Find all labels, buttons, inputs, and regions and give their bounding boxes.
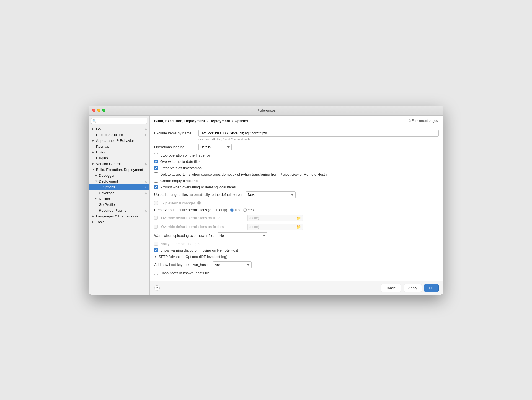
bed-arrow: ▼ bbox=[92, 168, 96, 171]
override-files-label: Override default permissions on files: bbox=[161, 216, 244, 220]
sidebar-item-go-profiler[interactable]: Go Profiler bbox=[89, 202, 149, 207]
sidebar-item-languages-frameworks[interactable]: ▶ Languages & Frameworks bbox=[89, 213, 149, 219]
stop-on-error-checkbox[interactable] bbox=[154, 153, 158, 157]
hash-hosts-row: Hash hosts in known_hosts file bbox=[154, 271, 439, 275]
panel-content: Exclude items by name: use ; as delimite… bbox=[150, 126, 443, 281]
lf-arrow: ▶ bbox=[92, 215, 96, 217]
exclude-items-input[interactable] bbox=[198, 130, 439, 137]
ed-arrow: ▶ bbox=[92, 151, 96, 153]
sftp-section-header[interactable]: ▼ SFTP Advanced Options (IDE level setti… bbox=[154, 255, 439, 259]
sidebar-item-label: Languages & Frameworks bbox=[96, 214, 147, 218]
sidebar-item-project-structure[interactable]: Project Structure ⎙ bbox=[89, 132, 149, 138]
upload-changed-row: Upload changed files automatically to th… bbox=[154, 191, 439, 198]
warn-uploading-select[interactable]: No Yes bbox=[218, 232, 267, 239]
override-folders-folder-icon[interactable]: 📁 bbox=[296, 225, 301, 229]
sidebar-item-label: Debugger bbox=[99, 173, 147, 178]
minimize-button[interactable] bbox=[97, 109, 100, 112]
sidebar-item-debugger[interactable]: ▶ Debugger bbox=[89, 173, 149, 178]
add-host-key-select[interactable]: Ask Always add Never add bbox=[213, 261, 252, 268]
skip-external-changes-checkbox[interactable] bbox=[154, 201, 158, 205]
preserve-permissions-no-radio[interactable] bbox=[230, 208, 234, 212]
delete-target-items-checkbox[interactable] bbox=[154, 172, 158, 176]
panel-header: Build, Execution, Deployment › Deploymen… bbox=[150, 116, 443, 126]
override-folders-checkbox[interactable] bbox=[154, 225, 158, 229]
ok-button[interactable]: OK bbox=[424, 284, 439, 292]
override-files-folder-icon[interactable]: 📁 bbox=[296, 216, 301, 220]
traffic-lights bbox=[92, 109, 105, 112]
apply-button[interactable]: Apply bbox=[404, 284, 422, 292]
sidebar-item-deployment[interactable]: ▼ Deployment ⎙ bbox=[89, 178, 149, 184]
sidebar-item-required-plugins[interactable]: Required Plugins ⎙ bbox=[89, 207, 149, 213]
preserve-permissions-label: Preserve original file permissions (SFTP… bbox=[154, 208, 227, 212]
cancel-button[interactable]: Cancel bbox=[381, 284, 401, 292]
sidebar-item-label: Options bbox=[103, 185, 143, 189]
search-input[interactable] bbox=[91, 118, 147, 124]
close-button[interactable] bbox=[92, 109, 95, 112]
sidebar-item-plugins[interactable]: Plugins bbox=[89, 155, 149, 161]
breadcrumb: Build, Execution, Deployment › Deploymen… bbox=[154, 119, 248, 123]
sidebar-item-coverage[interactable]: Coverage ⎙ bbox=[89, 190, 149, 196]
maximize-button[interactable] bbox=[102, 109, 105, 112]
override-folders-row: Override default permissions on folders:… bbox=[154, 224, 439, 230]
rp-arrow bbox=[95, 209, 99, 212]
preserve-permissions-row: Preserve original file permissions (SFTP… bbox=[154, 208, 439, 212]
for-current-project: ⎙ For current project bbox=[409, 119, 439, 123]
sidebar-item-appearance-behavior[interactable]: ▶ Appearance & Behavior bbox=[89, 138, 149, 143]
exclude-items-hint: use ; as delimiter, * and ? as wildcards bbox=[198, 138, 439, 141]
hash-hosts-checkbox[interactable] bbox=[154, 271, 158, 275]
pl-arrow bbox=[92, 157, 96, 159]
sidebar-item-label: Docker bbox=[99, 197, 147, 201]
override-files-checkbox[interactable] bbox=[154, 216, 158, 220]
sidebar-item-options[interactable]: Options ⎙ bbox=[89, 184, 149, 190]
upload-changed-label: Upload changed files automatically to th… bbox=[154, 193, 242, 197]
go-settings-icon: ⎙ bbox=[143, 127, 147, 130]
sftp-section-label: SFTP Advanced Options (IDE level setting… bbox=[159, 255, 227, 259]
preserve-timestamps-checkbox[interactable] bbox=[154, 166, 158, 170]
operations-logging-select[interactable]: Details Verbose None bbox=[198, 144, 232, 150]
help-button[interactable]: ? bbox=[154, 285, 160, 291]
opt-arrow bbox=[99, 186, 103, 188]
breadcrumb-sep-2: › bbox=[232, 119, 233, 123]
notify-remote-checkbox[interactable] bbox=[154, 242, 158, 246]
sidebar-item-label: Deployment bbox=[99, 179, 143, 183]
create-empty-dirs-checkbox[interactable] bbox=[154, 179, 158, 183]
dock-arrow: ▶ bbox=[95, 197, 99, 200]
search-box[interactable]: 🔍 bbox=[91, 118, 147, 124]
ab-arrow: ▶ bbox=[92, 139, 96, 142]
tl-arrow: ▶ bbox=[92, 220, 96, 223]
overwrite-up-to-date-checkbox[interactable] bbox=[154, 160, 158, 163]
sidebar-item-label: Keymap bbox=[96, 144, 147, 148]
sidebar-item-label: Plugins bbox=[96, 156, 147, 160]
dep-settings-icon: ⎙ bbox=[143, 180, 147, 183]
show-warning-checkbox[interactable] bbox=[154, 248, 158, 252]
delete-target-items-row: Delete target items when source ones do … bbox=[154, 172, 439, 176]
sidebar-item-go[interactable]: ▶ Go ⎙ bbox=[89, 126, 149, 132]
sidebar-item-keymap[interactable]: Keymap bbox=[89, 143, 149, 149]
preserve-permissions-yes-radio[interactable] bbox=[243, 208, 247, 212]
dep-arrow: ▼ bbox=[95, 180, 99, 183]
sidebar-item-tools[interactable]: ▶ Tools bbox=[89, 219, 149, 225]
sidebar-item-label: Go Profiler bbox=[99, 202, 147, 207]
prompt-overwriting-checkbox[interactable] bbox=[154, 185, 158, 189]
upload-changed-select[interactable]: Never Always On explicit save action bbox=[246, 191, 296, 198]
create-empty-dirs-label: Create empty directories bbox=[160, 179, 200, 183]
vc-arrow: ▶ bbox=[92, 162, 96, 165]
breadcrumb-2: Deployment bbox=[210, 119, 230, 123]
sidebar-item-build-execution-deployment[interactable]: ▼ Build, Execution, Deployment bbox=[89, 167, 149, 173]
sidebar-item-label: Tools bbox=[96, 220, 147, 224]
opt-settings-icon: ⎙ bbox=[143, 185, 147, 189]
sidebar-item-editor[interactable]: ▶ Editor bbox=[89, 149, 149, 155]
gp-arrow bbox=[95, 203, 99, 206]
skip-external-help-icon[interactable]: ⓪ bbox=[197, 201, 201, 206]
override-folders-label: Override default permissions on folders: bbox=[161, 225, 244, 229]
create-empty-dirs-row: Create empty directories bbox=[154, 179, 439, 183]
override-folders-input: (none) 📁 bbox=[247, 224, 303, 230]
override-files-input: (none) 📁 bbox=[247, 215, 303, 221]
project-icon: ⎙ bbox=[409, 119, 410, 123]
window-title: Preferences bbox=[256, 108, 276, 112]
sidebar-item-label: Required Plugins bbox=[99, 208, 143, 212]
show-warning-label: Show warning dialog on moving on Remote … bbox=[160, 248, 238, 252]
preserve-permissions-yes-label: Yes bbox=[243, 208, 254, 212]
sidebar-item-docker[interactable]: ▶ Docker bbox=[89, 196, 149, 202]
sidebar-item-version-control[interactable]: ▶ Version Control ⎙ bbox=[89, 161, 149, 167]
